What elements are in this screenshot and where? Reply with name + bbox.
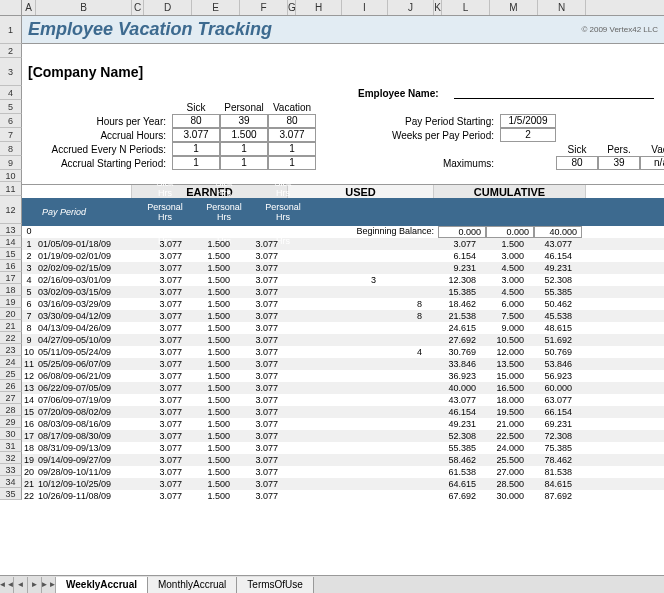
col-header-A[interactable]: A — [22, 0, 36, 15]
data-row[interactable]: 2110/12/09-10/25/093.0771.5003.07764.615… — [22, 478, 664, 490]
row-header-10[interactable]: 10 — [0, 170, 22, 182]
max-cell[interactable]: 80 — [556, 156, 598, 170]
row-header-35[interactable]: 35 — [0, 488, 22, 500]
data-row[interactable]: 603/16/09-03/29/093.0771.5003.077818.462… — [22, 298, 664, 310]
cfg-cell[interactable]: 1 — [172, 142, 220, 156]
row-header-20[interactable]: 20 — [0, 308, 22, 320]
row-header-3[interactable]: 3 — [0, 58, 22, 86]
row-header-16[interactable]: 16 — [0, 260, 22, 272]
row-header-29[interactable]: 29 — [0, 416, 22, 428]
data-row[interactable]: 804/13/09-04/26/093.0771.5003.07724.6159… — [22, 322, 664, 334]
data-row[interactable]: 101/05/09-01/18/093.0771.5003.0773.0771.… — [22, 238, 664, 250]
weeks-per-period-input[interactable]: 2 — [500, 128, 556, 142]
row-header-12[interactable]: 12 — [0, 196, 22, 224]
row-header-23[interactable]: 23 — [0, 344, 22, 356]
row-header-7[interactable]: 7 — [0, 128, 22, 142]
cfg-cell[interactable]: 3.077 — [172, 128, 220, 142]
row-header-26[interactable]: 26 — [0, 380, 22, 392]
data-row[interactable]: 703/30/09-04/12/093.0771.5003.077821.538… — [22, 310, 664, 322]
col-header-E[interactable]: E — [192, 0, 240, 15]
cfg-cell[interactable]: 1 — [220, 142, 268, 156]
data-row[interactable]: 302/02/09-02/15/093.0771.5003.0779.2314.… — [22, 262, 664, 274]
employee-name-field[interactable] — [454, 87, 654, 99]
row-header-28[interactable]: 28 — [0, 404, 22, 416]
col-header-C[interactable]: C — [132, 0, 144, 15]
cfg-cell[interactable]: 1.500 — [220, 128, 268, 142]
data-row[interactable]: 1808/31/09-09/13/093.0771.5003.07755.385… — [22, 442, 664, 454]
row-header-32[interactable]: 32 — [0, 452, 22, 464]
row-header-21[interactable]: 21 — [0, 320, 22, 332]
cfg-cell[interactable]: 39 — [220, 114, 268, 128]
col-header-K[interactable]: K — [434, 0, 442, 15]
data-header-col: PersonalHrs — [141, 200, 189, 224]
data-row[interactable]: 402/16/09-03/01/093.0771.5003.077312.308… — [22, 274, 664, 286]
data-row[interactable]: 1105/25/09-06/07/093.0771.5003.07733.846… — [22, 358, 664, 370]
col-header-N[interactable]: N — [538, 0, 586, 15]
data-row[interactable]: 1608/03/09-08/16/093.0771.5003.07749.231… — [22, 418, 664, 430]
row-header-30[interactable]: 30 — [0, 428, 22, 440]
cfg-cell[interactable]: 1 — [220, 156, 268, 170]
pay-period-start-input[interactable]: 1/5/2009 — [500, 114, 556, 128]
row-header-14[interactable]: 14 — [0, 236, 22, 248]
sheet-tab-WeeklyAccrual[interactable]: WeeklyAccrual — [56, 577, 148, 593]
row-header-22[interactable]: 22 — [0, 332, 22, 344]
begin-personal[interactable]: 0.000 — [486, 226, 534, 238]
row-header-27[interactable]: 27 — [0, 392, 22, 404]
data-row[interactable]: 1708/17/09-08/30/093.0771.5003.07752.308… — [22, 430, 664, 442]
row-header-18[interactable]: 18 — [0, 284, 22, 296]
row-header-31[interactable]: 31 — [0, 440, 22, 452]
col-header-B[interactable]: B — [36, 0, 132, 15]
sheet-tab-MonthlyAccrual[interactable]: MonthlyAccrual — [148, 577, 237, 593]
begin-vacation[interactable]: 40.000 — [534, 226, 582, 238]
row-header-5[interactable]: 5 — [0, 100, 22, 114]
tab-nav-first[interactable]: ◄◄ — [0, 577, 14, 593]
max-cell[interactable]: 39 — [598, 156, 640, 170]
row-header-15[interactable]: 15 — [0, 248, 22, 260]
data-row[interactable]: 2009/28/09-10/11/093.0771.5003.07761.538… — [22, 466, 664, 478]
col-header-G[interactable]: G — [288, 0, 296, 15]
col-header-M[interactable]: M — [490, 0, 538, 15]
row-header-6[interactable]: 6 — [0, 114, 22, 128]
row-header-25[interactable]: 25 — [0, 368, 22, 380]
data-row[interactable]: 1909/14/09-09/27/093.0771.5003.07758.462… — [22, 454, 664, 466]
data-row[interactable]: 201/19/09-02/01/093.0771.5003.0776.1543.… — [22, 250, 664, 262]
data-row[interactable]: 2210/26/09-11/08/093.0771.5003.07767.692… — [22, 490, 664, 502]
row-header-19[interactable]: 19 — [0, 296, 22, 308]
data-row[interactable]: 1206/08/09-06/21/093.0771.5003.07736.923… — [22, 370, 664, 382]
row-header-4[interactable]: 4 — [0, 86, 22, 100]
row-header-9[interactable]: 9 — [0, 156, 22, 170]
cfg-cell[interactable]: 80 — [268, 114, 316, 128]
data-row[interactable]: 904/27/09-05/10/093.0771.5003.07727.6921… — [22, 334, 664, 346]
cfg-cell[interactable]: 1 — [268, 156, 316, 170]
col-header-D[interactable]: D — [144, 0, 192, 15]
row-header-33[interactable]: 33 — [0, 464, 22, 476]
row-header-11[interactable]: 11 — [0, 182, 22, 196]
company-name[interactable]: [Company Name] — [28, 64, 143, 80]
tab-nav-prev[interactable]: ◄ — [14, 577, 28, 593]
col-header-L[interactable]: L — [442, 0, 490, 15]
sheet-tab-TermsOfUse[interactable]: TermsOfUse — [237, 577, 314, 593]
row-header-2[interactable]: 2 — [0, 44, 22, 58]
data-row[interactable]: 1005/11/09-05/24/093.0771.5003.077430.76… — [22, 346, 664, 358]
row-header-24[interactable]: 24 — [0, 356, 22, 368]
col-header-J[interactable]: J — [388, 0, 434, 15]
data-row[interactable]: 1306/22/09-07/05/093.0771.5003.07740.000… — [22, 382, 664, 394]
max-cell[interactable]: n/a — [640, 156, 664, 170]
col-header-H[interactable]: H — [296, 0, 342, 15]
cfg-cell[interactable]: 80 — [172, 114, 220, 128]
row-header-17[interactable]: 17 — [0, 272, 22, 284]
row-header-34[interactable]: 34 — [0, 476, 22, 488]
cfg-cell[interactable]: 1 — [268, 142, 316, 156]
row-header-1[interactable]: 1 — [0, 16, 22, 44]
data-row[interactable]: 1407/06/09-07/19/093.0771.5003.07743.077… — [22, 394, 664, 406]
data-row[interactable]: 503/02/09-03/15/093.0771.5003.07715.3854… — [22, 286, 664, 298]
begin-sick[interactable]: 0.000 — [438, 226, 486, 238]
data-row[interactable]: 1507/20/09-08/02/093.0771.5003.07746.154… — [22, 406, 664, 418]
cfg-cell[interactable]: 1 — [172, 156, 220, 170]
row-header-8[interactable]: 8 — [0, 142, 22, 156]
col-header-F[interactable]: F — [240, 0, 288, 15]
tab-nav-last[interactable]: ►► — [42, 577, 56, 593]
row-header-13[interactable]: 13 — [0, 224, 22, 236]
cfg-cell[interactable]: 3.077 — [268, 128, 316, 142]
col-header-I[interactable]: I — [342, 0, 388, 15]
